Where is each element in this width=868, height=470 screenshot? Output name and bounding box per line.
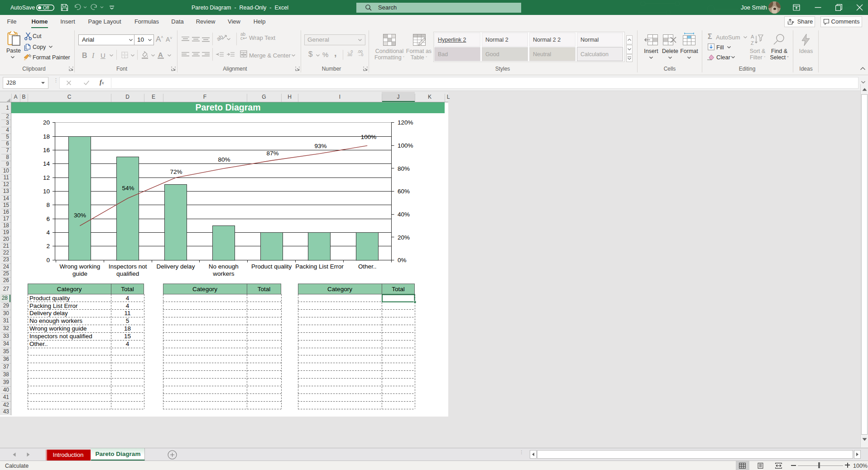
svg-text:87%: 87% <box>266 150 278 157</box>
svg-text:0%: 0% <box>398 257 407 264</box>
svg-text:4: 4 <box>126 341 129 347</box>
svg-text:Category: Category <box>57 286 82 293</box>
svg-text:10: 10 <box>43 188 50 195</box>
svg-text:Total: Total <box>392 286 405 293</box>
svg-text:No enough workers: No enough workers <box>29 317 82 324</box>
svg-text:Wrong working: Wrong working <box>60 263 101 270</box>
svg-text:Wrong working guide: Wrong working guide <box>29 325 87 332</box>
svg-text:16: 16 <box>43 147 50 153</box>
svg-text:A: A <box>751 34 754 39</box>
svg-text:Category: Category <box>327 286 352 293</box>
svg-text:72%: 72% <box>170 168 182 175</box>
svg-text:workers: workers <box>212 270 235 277</box>
svg-text:Other..: Other.. <box>358 263 377 270</box>
svg-text:60%: 60% <box>398 188 410 195</box>
svg-text:6: 6 <box>46 216 50 222</box>
svg-text:Inspectors not: Inspectors not <box>109 263 147 270</box>
svg-text:0: 0 <box>46 257 50 264</box>
svg-text:Delivery delay: Delivery delay <box>157 263 195 270</box>
svg-text:Inspectors not qualified: Inspectors not qualified <box>29 333 92 340</box>
svg-text:18: 18 <box>43 133 50 140</box>
svg-text:100%: 100% <box>398 142 413 149</box>
svg-text:20: 20 <box>43 119 50 126</box>
svg-text:11: 11 <box>124 310 130 317</box>
svg-text:40%: 40% <box>398 211 410 218</box>
svg-text:80%: 80% <box>218 156 230 163</box>
svg-text:Packing List Error: Packing List Error <box>295 263 344 270</box>
svg-text:Other..: Other.. <box>29 341 48 347</box>
svg-text:15: 15 <box>124 333 131 340</box>
svg-text:8: 8 <box>46 201 50 208</box>
svg-text:Z: Z <box>751 40 754 46</box>
svg-text:guide: guide <box>72 270 87 277</box>
svg-text:4: 4 <box>126 295 129 302</box>
svg-text:Product quality: Product quality <box>29 295 70 302</box>
svg-text:Off: Off <box>43 5 49 10</box>
svg-text:12: 12 <box>43 174 50 181</box>
svg-text:4: 4 <box>46 229 50 236</box>
svg-text:2: 2 <box>46 243 50 249</box>
svg-text:Category: Category <box>192 286 217 293</box>
svg-text:93%: 93% <box>314 143 326 149</box>
svg-text:No enough: No enough <box>209 263 239 270</box>
svg-text:4: 4 <box>126 302 129 309</box>
svg-text:Delivery delay: Delivery delay <box>29 310 68 317</box>
svg-text:120%: 120% <box>398 119 413 126</box>
svg-text:Product quality: Product quality <box>251 263 292 270</box>
svg-text:100%: 100% <box>361 134 377 140</box>
svg-text:qualified: qualified <box>116 270 139 277</box>
svg-text:14: 14 <box>43 160 50 167</box>
svg-text:Packing List Error: Packing List Error <box>29 302 78 309</box>
svg-text:30%: 30% <box>74 212 86 219</box>
svg-text:Total: Total <box>258 286 271 293</box>
svg-text:80%: 80% <box>398 165 410 172</box>
svg-text:20%: 20% <box>398 234 410 241</box>
svg-text:54%: 54% <box>122 185 134 192</box>
svg-text:Total: Total <box>121 286 134 293</box>
svg-text:18: 18 <box>124 325 131 332</box>
svg-text:5: 5 <box>126 317 129 324</box>
